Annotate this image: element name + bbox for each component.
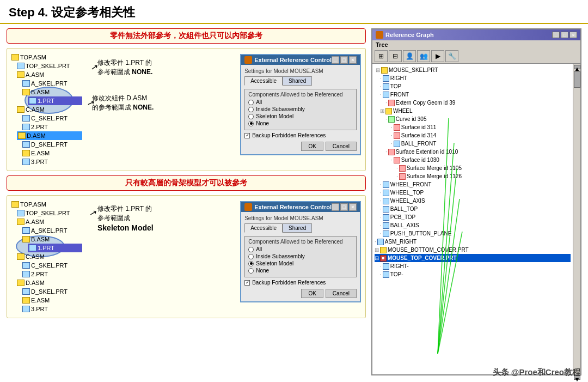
win-maximize-btn[interactable]: □ (561, 32, 568, 38)
tree-item: C_SKEL.PRT (22, 114, 82, 123)
rg-node-extern-copy: · Extern Copy Geom id 39 (385, 99, 571, 107)
annotation2: 修改次組件 D.ASM的参考範圍成 NONE. (92, 94, 154, 112)
toolbar-wrench-btn[interactable]: 🔧 (445, 50, 458, 62)
page-header: Step 4. 设定参考相关性 (0, 0, 588, 24)
surface-icon (388, 149, 395, 155)
tab-accessible[interactable]: Accessible (244, 76, 283, 86)
ok-button2[interactable]: OK (301, 289, 323, 298)
toolbar-tree-btn[interactable]: ⊞ (375, 50, 388, 62)
ok-button[interactable]: OK (301, 142, 323, 151)
minimize-btn[interactable]: _ (332, 56, 339, 64)
section1-box: TOP.ASM TOP_SKEL.PRT A.ASM A_SKEL.PRT B.… (7, 48, 366, 171)
tab-shared2[interactable]: Shared (283, 223, 312, 233)
asm-icon (22, 89, 30, 95)
win-minimize-btn[interactable]: _ (552, 32, 560, 38)
radio-skeleton[interactable]: Skeleton Model (248, 113, 353, 119)
plane-icon (383, 214, 389, 221)
backup-checkbox2[interactable]: ✓ Backup Forbidden References (244, 280, 357, 286)
toolbar-play-btn[interactable]: ▶ (431, 50, 444, 62)
tree-item: A_SKEL.PRT (22, 79, 82, 88)
rg-node-wheel-top: · WHEEL_TOP (380, 189, 571, 197)
tree-item: TOP.ASM (11, 200, 82, 209)
close-btn[interactable]: × (349, 56, 357, 64)
prt-icon (29, 98, 36, 104)
tree-item: E.ASM (22, 149, 82, 157)
prt-icon (22, 227, 30, 234)
cancel-button[interactable]: Cancel (326, 142, 357, 151)
asm-icon (22, 297, 30, 304)
rg-node-merge1105: · Surface Merge id 1105 (396, 164, 571, 172)
dialog2: External Reference Control _ □ × Setting… (240, 201, 361, 302)
close-btn2[interactable]: × (349, 203, 357, 211)
folder-icon (385, 108, 392, 114)
rg-node-right: · RIGHT (380, 74, 571, 82)
tab-shared[interactable]: Shared (283, 76, 312, 86)
plane-icon (383, 75, 389, 82)
radio2-all[interactable]: All (248, 246, 353, 252)
backup-checkbox[interactable]: ✓ Backup Forbidden References (244, 132, 357, 138)
toolbar-person2-btn[interactable]: 👥 (417, 50, 430, 62)
maximize-btn2[interactable]: □ (340, 203, 348, 211)
plane-icon (394, 141, 400, 147)
radio2-none[interactable]: None (248, 268, 353, 274)
toolbar-person-btn[interactable]: 👤 (403, 50, 416, 62)
surface-icon (399, 173, 406, 180)
dialog2-subtitle: Settings for Model MOUSE.ASM (244, 215, 357, 221)
prt-icon (29, 245, 36, 251)
section1-tree: TOP.ASM TOP_SKEL.PRT A.ASM A_SKEL.PRT B.… (11, 53, 82, 166)
prt-icon (22, 80, 30, 87)
prt-icon (17, 210, 24, 216)
rg-node-pcb-top: · PCB_TOP (380, 213, 571, 221)
section2-tree: TOP.ASM TOP_SKEL.PRT A.ASM A_SKEL.PRT B.… (11, 200, 82, 313)
radio-none[interactable]: None (248, 120, 353, 126)
tree-item: D_SKEL.PRT (22, 287, 82, 296)
plane-icon (383, 83, 389, 90)
rg-node-surface1030: · Surface id 1030 (391, 156, 571, 164)
dialog1-title: External Reference Control _ □ × (241, 55, 360, 65)
radio2-skeleton[interactable]: Skeleton Model (248, 260, 353, 266)
ref-graph-toolbar: ⊞ ⊟ 👤 👥 ▶ 🔧 (372, 49, 580, 64)
asm-icon (11, 201, 19, 208)
tree-item: B.ASM (22, 88, 82, 96)
tree-item-dasm: D.ASM (17, 131, 82, 140)
rg-node-merge1126: · Surface Merge id 1126 (396, 172, 571, 180)
plane-icon (383, 263, 389, 270)
plane-icon (383, 190, 389, 196)
components-fieldset: Components Allowed to be Referenced All … (244, 89, 357, 130)
rg-scrollbar[interactable]: ▲ ▼ (573, 64, 580, 374)
scroll-thumb[interactable] (574, 71, 580, 88)
tree-item: D_SKEL.PRT (22, 140, 82, 149)
asm-icon (17, 253, 24, 260)
ref-graph-window: Reference Graph _ □ × Tree ⊞ ⊟ 👤 👥 ▶ 🔧 (371, 28, 581, 375)
radio-inside-sub[interactable]: Inside Subassembly (248, 106, 353, 112)
bottom-notice-banner: 只有較高層的骨架模型才可以被參考 (7, 175, 366, 191)
rg-node-asm-right: · ASM_RIGHT (375, 238, 571, 246)
arrow3-icon: ↙ (89, 208, 98, 220)
dialog-close-btns: _ □ × (332, 56, 357, 64)
plane-icon (383, 231, 389, 237)
radio2-circle-skeleton (248, 261, 254, 266)
right-panel: Reference Graph _ □ × Tree ⊞ ⊟ 👤 👥 ▶ 🔧 (371, 28, 581, 375)
rg-node-ball-front: · BALL_FRONT (391, 140, 571, 148)
cancel-button2[interactable]: Cancel (326, 289, 357, 298)
tree-item: A.ASM (17, 217, 82, 226)
radio-all[interactable]: All (248, 99, 353, 105)
scroll-up-btn[interactable]: ▲ (574, 65, 580, 69)
maximize-btn[interactable]: □ (340, 56, 348, 64)
dialog1-footer: OK Cancel (244, 142, 357, 151)
tree-item: C.ASM (17, 252, 82, 261)
plane-icon (383, 181, 389, 188)
main-content: 零件無法外部參考，次組件也只可以內部參考 TOP.ASM TOP_SKEL.PR… (0, 24, 588, 380)
win-close-btn[interactable]: × (569, 32, 577, 38)
folder-icon (380, 247, 387, 253)
tab-accessible2[interactable]: Accessible (244, 223, 283, 233)
rg-node-mouse-top: ⊟ ■ MOUSE_TOP_COVER.PRT (375, 254, 571, 262)
rg-node-wheel-axis: · WHEEL_AXIS (380, 197, 571, 205)
tree-item: TOP_SKEL.PRT (17, 62, 82, 70)
radio2-circle-none (248, 268, 254, 274)
radio2-inside-sub[interactable]: Inside Subassembly (248, 253, 353, 259)
toolbar-expand-btn[interactable]: ⊟ (389, 50, 402, 62)
minimize-btn2[interactable]: _ (332, 203, 339, 211)
rg-node-mouse-bottom: ⊞ MOUSE_BOTTOM_COVER.PRT (375, 246, 571, 254)
prt-icon (22, 159, 30, 165)
